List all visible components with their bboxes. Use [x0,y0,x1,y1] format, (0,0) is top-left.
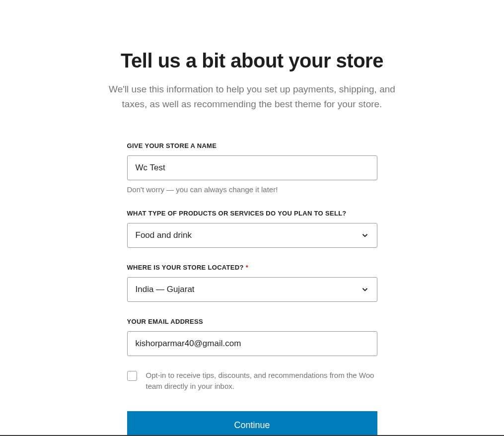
store-name-group: GIVE YOUR STORE A NAME Don't worry — you… [127,142,377,194]
location-label: WHERE IS YOUR STORE LOCATED? * [127,264,377,271]
onboarding-container: Tell us a bit about your store We'll use… [0,0,504,436]
opt-in-checkbox[interactable] [127,371,137,381]
page-subheading: We'll use this information to help you s… [101,82,404,112]
onboarding-form: GIVE YOUR STORE A NAME Don't worry — you… [127,142,377,436]
continue-button[interactable]: Continue [127,411,377,436]
email-label: YOUR EMAIL ADDRESS [127,318,377,325]
product-type-value: Food and drink [127,223,377,248]
product-type-label: WHAT TYPE OF PRODUCTS OR SERVICES DO YOU… [127,210,377,217]
email-input[interactable] [127,331,377,356]
email-group: YOUR EMAIL ADDRESS [127,318,377,356]
page-heading: Tell us a bit about your store [121,50,383,72]
opt-in-row: Opt-in to receive tips, discounts, and r… [127,370,377,392]
store-name-input[interactable] [127,155,377,180]
location-value: India — Gujarat [127,277,377,302]
product-type-group: WHAT TYPE OF PRODUCTS OR SERVICES DO YOU… [127,210,377,248]
store-name-label: GIVE YOUR STORE A NAME [127,142,377,149]
opt-in-label: Opt-in to receive tips, discounts, and r… [146,370,377,392]
required-asterisk: * [246,264,248,271]
location-group: WHERE IS YOUR STORE LOCATED? * India — G… [127,264,377,302]
product-type-select[interactable]: Food and drink [127,223,377,248]
store-name-helper: Don't worry — you can always change it l… [127,185,377,194]
location-select[interactable]: India — Gujarat [127,277,377,302]
location-label-text: WHERE IS YOUR STORE LOCATED? [127,264,244,271]
